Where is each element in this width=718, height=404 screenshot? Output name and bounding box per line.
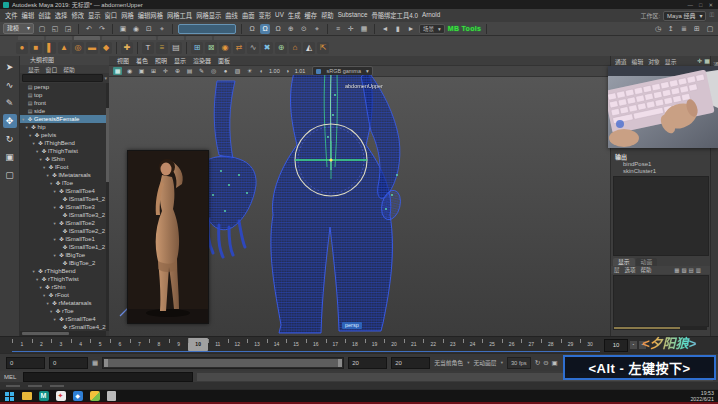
new-empty-layer-icon[interactable]: ▦	[674, 267, 679, 273]
viewport-menu-视图[interactable]: 视图	[117, 56, 129, 65]
menu-lines-icon[interactable]: ≣	[679, 24, 689, 34]
clock-icon[interactable]: ◷	[653, 24, 663, 34]
layer-list[interactable]	[613, 275, 709, 327]
fps-field[interactable]: 30 fps	[507, 357, 531, 369]
layer-menu-帮助[interactable]: 帮助	[641, 266, 652, 274]
render-settings-icon[interactable]: ▦	[359, 24, 369, 34]
playback-loop-icon[interactable]: ↻	[535, 359, 540, 367]
image-plane-icon[interactable]: ✛	[161, 67, 170, 75]
frame-26[interactable]: 26	[502, 338, 522, 351]
step-forward-icon[interactable]: ►	[406, 24, 416, 34]
greasepencil-icon[interactable]: ✎	[197, 67, 206, 75]
layer-menu-选项[interactable]: 选项	[625, 266, 636, 274]
grid-toggle-icon[interactable]: ⊞	[692, 24, 702, 34]
layout-single-pane[interactable]: ▢	[3, 168, 17, 182]
menu-帮助[interactable]: 帮助	[321, 11, 334, 20]
raise-panel-icon[interactable]: ↥	[666, 24, 676, 34]
shaded-icon[interactable]: ●	[221, 67, 230, 75]
scene-dropdown[interactable]: 场景▾	[419, 24, 445, 34]
layer-scrollbar[interactable]	[613, 326, 707, 330]
svg-icon[interactable]: ≡	[156, 42, 168, 54]
move-layer-up-icon[interactable]: ▤	[689, 267, 694, 273]
frame-8[interactable]: 8	[149, 338, 169, 351]
channelbox-menu-显示[interactable]: 显示	[665, 57, 677, 66]
menu-set-dropdown[interactable]: 建模▾	[3, 23, 34, 34]
outliner-item-Genesis8Female[interactable]: ▾✜Genesis8Female	[20, 115, 106, 123]
frame-15[interactable]: 15	[286, 338, 306, 351]
channelbox-menu-通道[interactable]: 通道	[615, 57, 627, 66]
outliner-filter-input[interactable]	[22, 74, 103, 82]
channelbox-menu-对象[interactable]: 对象	[648, 57, 660, 66]
outliner-item-lThighTwist[interactable]: ▾✜lThighTwist	[20, 147, 106, 155]
menu-生成[interactable]: 生成	[288, 11, 301, 20]
menu-选择[interactable]: 选择	[55, 11, 68, 20]
outliner-item-rSmallToe4[interactable]: ▾✜rSmallToe4	[20, 315, 106, 323]
outliner-item-side[interactable]: ▤side	[20, 107, 106, 115]
poly-plane-icon[interactable]: ▬	[86, 42, 98, 54]
extrude-icon[interactable]: ⇱	[317, 42, 329, 54]
outliner-item-lThighBend[interactable]: ▾✜lThighBend	[20, 139, 106, 147]
layer-tab-显示[interactable]: 显示	[613, 258, 635, 266]
frame-23[interactable]: 23	[443, 338, 463, 351]
frame-27[interactable]: 27	[521, 338, 541, 351]
menu-曲线[interactable]: 曲线	[225, 11, 238, 20]
live-surface-icon[interactable]: ⌖	[312, 24, 322, 34]
select-hierarchy-icon[interactable]: ▣	[118, 24, 128, 34]
history-icon[interactable]: ≡	[333, 24, 343, 34]
menu-编辑网格[interactable]: 编辑网格	[138, 11, 163, 20]
notes-icon[interactable]	[106, 391, 117, 402]
new-scene-icon[interactable]: ▢	[37, 24, 47, 34]
redo-icon[interactable]: ↷	[97, 24, 107, 34]
lights-icon[interactable]: ☀	[245, 67, 254, 75]
window-icon[interactable]: ▢	[705, 24, 715, 34]
menu-编辑[interactable]: 编辑	[22, 11, 35, 20]
frame-29[interactable]: 29	[561, 338, 581, 351]
menu-UV[interactable]: UV	[275, 11, 284, 20]
construction-icon[interactable]: ✛	[346, 24, 356, 34]
maya-app-icon[interactable]: M	[38, 391, 49, 402]
frame-24[interactable]: 24	[463, 338, 483, 351]
lock-camera-icon[interactable]: ◉	[125, 67, 134, 75]
boolean-icon[interactable]: ⊞	[191, 42, 203, 54]
frame-17[interactable]: 17	[326, 338, 346, 351]
snap-point-icon[interactable]: Ω	[273, 24, 283, 34]
explorer-icon[interactable]	[21, 391, 32, 402]
type-icon[interactable]: ▤	[170, 42, 182, 54]
frame-11[interactable]: 11	[208, 338, 228, 351]
outliner-item-lToe[interactable]: ▾✜lToe	[20, 179, 106, 187]
outliner-item-top[interactable]: ▤top	[20, 91, 106, 99]
outliner-item-lFoot[interactable]: ▾✜lFoot	[20, 163, 106, 171]
frame-28[interactable]: 28	[541, 338, 561, 351]
frame-9[interactable]: 9	[169, 338, 189, 351]
workspace-dropdown[interactable]: Maya 经典▾	[663, 11, 706, 21]
viewport-menu-面板[interactable]: 面板	[218, 56, 230, 65]
poly-text-icon[interactable]: T	[142, 42, 154, 54]
output-node-skinCluster1[interactable]: skinCluster1	[611, 168, 711, 175]
anim-layer-menu[interactable]: 无动画层	[473, 358, 496, 367]
frame-10[interactable]: 10	[188, 338, 208, 351]
start-button[interactable]	[4, 391, 15, 402]
viewport-menu-显示[interactable]: 显示	[174, 56, 186, 65]
mel-input[interactable]	[23, 372, 193, 382]
menu-网格[interactable]: 网格	[121, 11, 134, 20]
sculpt-icon[interactable]: ✚	[121, 42, 133, 54]
menu-曲面[interactable]: 曲面	[242, 11, 255, 20]
outliner-item-lSmallToe4_2[interactable]: ✜lSmallToe4_2	[20, 195, 106, 203]
target-weld-icon[interactable]: ⊕	[275, 42, 287, 54]
frame-16[interactable]: 16	[306, 338, 326, 351]
camera-attributes-icon[interactable]: ▣	[137, 67, 146, 75]
outliner-item-lBigToe[interactable]: ▾✜lBigToe	[20, 251, 106, 259]
minimize-button[interactable]: —	[688, 2, 694, 8]
playback-start-field[interactable]: 0	[49, 357, 88, 369]
bevel-icon[interactable]: ◭	[303, 42, 315, 54]
select-component-icon[interactable]: ⊡	[144, 24, 154, 34]
shelf-tab[interactable]	[46, 36, 72, 40]
animation-start-field[interactable]: 0	[6, 357, 45, 369]
range-icon[interactable]: ▦	[92, 359, 98, 367]
frame-20[interactable]: 20	[384, 338, 404, 351]
new-layer-selected-icon[interactable]: ▧	[681, 267, 686, 273]
select-camera-icon[interactable]: ▦	[113, 67, 122, 75]
title-bar[interactable]: Autodesk Maya 2019: 无标题* — abdomenUpper …	[0, 0, 718, 9]
outliner-item-pelvis[interactable]: ▾✜pelvis	[20, 131, 106, 139]
save-scene-icon[interactable]: ◲	[63, 24, 73, 34]
